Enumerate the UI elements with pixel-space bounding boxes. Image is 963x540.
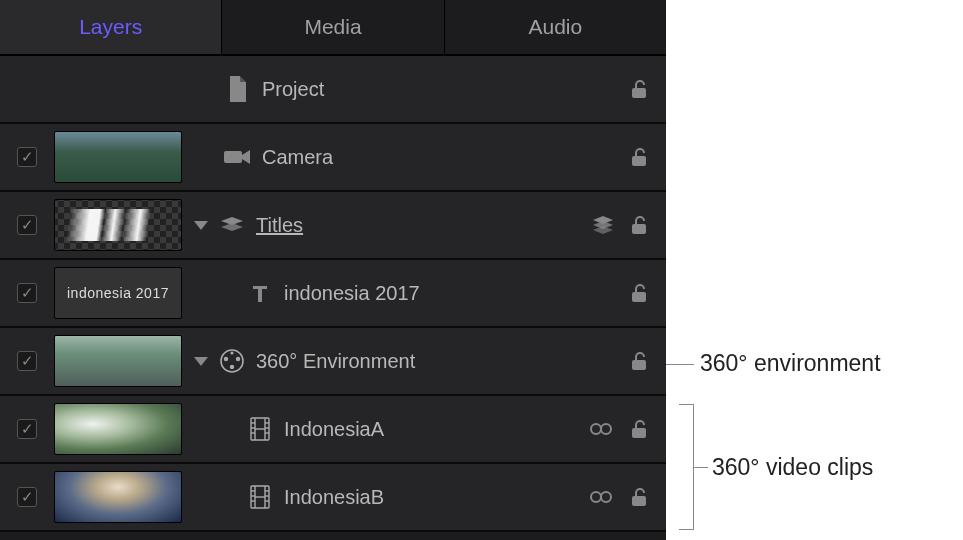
lock-icon[interactable]	[628, 78, 650, 100]
text-layer-label: indonesia 2017	[284, 282, 420, 305]
layer-row-camera[interactable]: Camera	[0, 124, 666, 192]
layer-row-project[interactable]: Project	[0, 56, 666, 124]
text-icon	[246, 279, 274, 307]
filmstrip-icon	[246, 483, 274, 511]
svg-rect-4	[632, 292, 646, 302]
callout-clips: 360° video clips	[712, 454, 873, 481]
thumbnail	[54, 199, 182, 251]
project-label: Project	[262, 78, 324, 101]
svg-point-9	[230, 351, 233, 354]
svg-point-6	[224, 357, 228, 361]
lock-icon[interactable]	[628, 350, 650, 372]
lock-icon[interactable]	[628, 418, 650, 440]
thumbnail	[54, 471, 182, 523]
svg-rect-2	[632, 156, 646, 166]
callout-leader-line	[666, 364, 694, 365]
svg-rect-10	[632, 360, 646, 370]
visibility-checkbox[interactable]	[17, 487, 37, 507]
thumbnail	[54, 403, 182, 455]
callout-environment: 360° environment	[700, 350, 881, 377]
project-icon	[224, 75, 252, 103]
svg-rect-0	[632, 88, 646, 98]
svg-rect-3	[632, 224, 646, 234]
svg-point-34	[591, 492, 601, 502]
tab-bar: Layers Media Audio	[0, 0, 666, 56]
layer-row-clip-a[interactable]: IndonesiaA	[0, 396, 666, 464]
svg-point-22	[601, 424, 611, 434]
360-environment-icon	[218, 347, 246, 375]
callout-bracket	[680, 404, 694, 530]
link-icon[interactable]	[588, 421, 614, 437]
visibility-checkbox[interactable]	[17, 419, 37, 439]
camera-label: Camera	[262, 146, 333, 169]
lock-icon[interactable]	[628, 282, 650, 304]
360-environment-label: 360° Environment	[256, 350, 415, 373]
thumbnail: indonesia 2017	[54, 267, 182, 319]
svg-rect-36	[632, 496, 646, 506]
filmstrip-icon	[246, 415, 274, 443]
visibility-checkbox[interactable]	[17, 351, 37, 371]
lock-icon[interactable]	[628, 486, 650, 508]
tab-layers[interactable]: Layers	[0, 0, 222, 54]
layer-row-clip-b[interactable]: IndonesiaB	[0, 464, 666, 532]
callout-leader-line	[694, 467, 708, 468]
visibility-checkbox[interactable]	[17, 215, 37, 235]
clip-a-label: IndonesiaA	[284, 418, 384, 441]
layer-row-text[interactable]: indonesia 2017 indonesia 2017	[0, 260, 666, 328]
thumbnail	[54, 131, 182, 183]
link-icon[interactable]	[588, 489, 614, 505]
svg-rect-1	[224, 151, 242, 163]
tab-audio[interactable]: Audio	[445, 0, 666, 54]
lock-icon[interactable]	[628, 214, 650, 236]
visibility-checkbox[interactable]	[17, 147, 37, 167]
svg-point-8	[230, 365, 234, 369]
lock-icon[interactable]	[628, 146, 650, 168]
layers-panel: Layers Media Audio Project	[0, 0, 666, 540]
callout-area: 360° environment 360° video clips	[672, 0, 963, 540]
stack-icon[interactable]	[592, 215, 614, 235]
titles-label: Titles	[256, 214, 303, 237]
svg-point-35	[601, 492, 611, 502]
clip-b-label: IndonesiaB	[284, 486, 384, 509]
layer-row-titles[interactable]: Titles	[0, 192, 666, 260]
svg-point-21	[591, 424, 601, 434]
group-layers-icon	[218, 211, 246, 239]
visibility-checkbox[interactable]	[17, 283, 37, 303]
svg-rect-23	[632, 428, 646, 438]
thumbnail	[54, 335, 182, 387]
layer-row-360-environment[interactable]: 360° Environment	[0, 328, 666, 396]
disclosure-triangle[interactable]	[194, 221, 208, 230]
svg-point-7	[236, 357, 240, 361]
disclosure-triangle[interactable]	[194, 357, 208, 366]
tab-media[interactable]: Media	[222, 0, 444, 54]
camera-icon	[224, 143, 252, 171]
